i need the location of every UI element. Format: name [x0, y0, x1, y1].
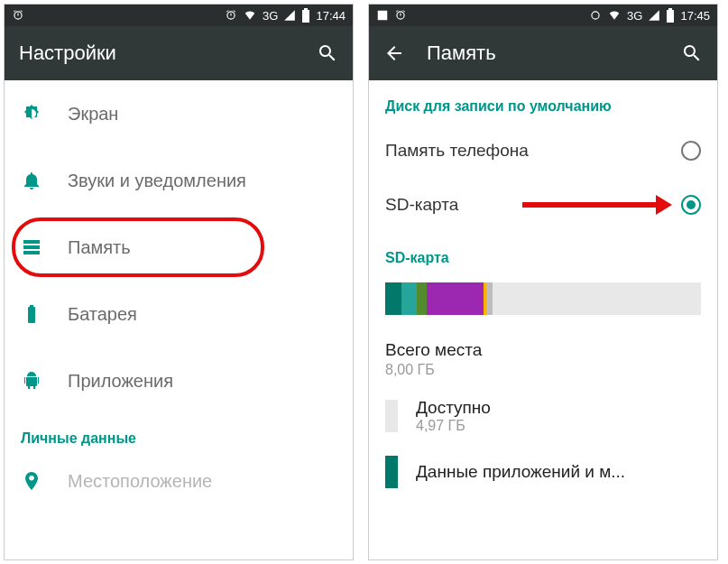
- radio-phone-memory[interactable]: Память телефона: [369, 124, 717, 178]
- settings-item-location[interactable]: Местоположение: [5, 454, 353, 508]
- bell-icon: [21, 170, 42, 191]
- memory-content: Диск для записи по умолчанию Память теле…: [369, 80, 717, 499]
- info-label: Данные приложений и м...: [416, 462, 625, 482]
- wifi-icon: [243, 9, 257, 22]
- appbar: Настройки: [5, 26, 353, 80]
- back-icon[interactable]: [383, 42, 405, 64]
- location-icon: [21, 470, 42, 492]
- storage-usage-bar: [385, 282, 701, 315]
- settings-item-battery[interactable]: Батарея: [5, 281, 353, 347]
- phone-right: 3G 17:45 Память Диск для записи по умолч…: [368, 4, 718, 560]
- settings-item-sound[interactable]: Звуки и уведомления: [5, 147, 353, 214]
- info-label: Всего места: [385, 340, 701, 360]
- network-label: 3G: [263, 9, 278, 23]
- settings-item-label: Звуки и уведомления: [68, 171, 246, 191]
- legend-swatch: [385, 456, 398, 488]
- annotation-arrow: [522, 202, 658, 208]
- alarm-icon: [12, 9, 24, 22]
- settings-item-label: Экран: [68, 104, 118, 125]
- section-header-personal: Личные данные: [5, 414, 353, 454]
- signal-icon: [283, 9, 296, 22]
- battery-icon: [301, 8, 310, 23]
- signal-icon: [648, 9, 660, 22]
- search-icon[interactable]: [681, 42, 703, 64]
- info-label: Доступно: [416, 398, 491, 418]
- alarm-icon: [589, 9, 602, 22]
- settings-item-apps[interactable]: Приложения: [5, 347, 353, 414]
- android-icon: [21, 370, 42, 392]
- statusbar: 3G 17:44: [5, 5, 353, 26]
- radio-sd-card[interactable]: SD-карта: [369, 178, 717, 232]
- network-label: 3G: [627, 9, 642, 23]
- settings-item-screen[interactable]: Экран: [5, 80, 353, 147]
- phone-left: 3G 17:44 Настройки Экран Звуки и увед: [4, 4, 354, 560]
- storage-segment: [401, 282, 418, 315]
- annotation-highlight: [12, 217, 264, 277]
- radio-unchecked-icon[interactable]: [681, 141, 701, 161]
- settings-item-label: Приложения: [68, 371, 173, 392]
- info-value: 4,97 ГБ: [416, 418, 491, 434]
- battery-icon: [21, 303, 42, 325]
- statusbar: 3G 17:45: [369, 5, 717, 26]
- alarm-icon: [394, 9, 407, 22]
- clock-time: 17:45: [680, 9, 710, 23]
- storage-app-data[interactable]: Данные приложений и м...: [369, 445, 717, 499]
- search-icon[interactable]: [317, 42, 338, 64]
- page-title: Настройки: [19, 42, 295, 65]
- settings-item-label: Память: [68, 237, 131, 258]
- storage-segment: [417, 282, 427, 315]
- storage-icon: [21, 236, 42, 258]
- settings-item-label: Батарея: [68, 304, 137, 325]
- storage-total: Всего места 8,00 ГБ: [369, 331, 717, 387]
- storage-segment: [427, 282, 484, 315]
- battery-icon: [666, 8, 675, 23]
- settings-item-label: Местоположение: [68, 471, 212, 492]
- appbar: Память: [369, 26, 717, 80]
- brightness-icon: [21, 103, 42, 125]
- clock-time: 17:44: [316, 9, 346, 23]
- radio-checked-icon[interactable]: [681, 195, 701, 215]
- page-title: Память: [427, 42, 659, 65]
- section-header-sd: SD-карта: [369, 232, 717, 275]
- radio-label: Память телефона: [385, 141, 681, 161]
- storage-segment: [385, 282, 401, 315]
- settings-item-memory[interactable]: Память: [5, 214, 353, 281]
- storage-available[interactable]: Доступно 4,97 ГБ: [369, 387, 717, 445]
- image-icon: [376, 9, 389, 22]
- section-header-default-disk: Диск для записи по умолчанию: [369, 80, 717, 124]
- info-value: 8,00 ГБ: [385, 362, 701, 378]
- wifi-icon: [607, 9, 622, 22]
- storage-segment: [486, 282, 493, 315]
- alarm-icon: [225, 9, 237, 22]
- legend-swatch: [385, 400, 398, 432]
- settings-list: Экран Звуки и уведомления Память Батарея: [5, 80, 353, 508]
